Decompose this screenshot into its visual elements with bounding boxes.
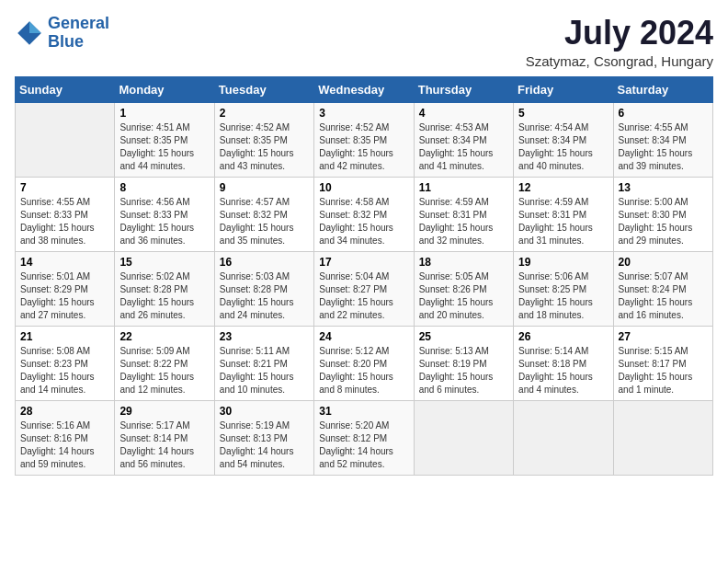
calendar-cell: 23Sunrise: 5:11 AM Sunset: 8:21 PM Dayli… — [214, 326, 313, 400]
calendar-cell — [414, 400, 513, 475]
calendar-cell: 9Sunrise: 4:57 AM Sunset: 8:32 PM Daylig… — [214, 177, 313, 251]
calendar-cell — [514, 400, 613, 475]
day-number: 31 — [319, 405, 408, 418]
day-number: 29 — [119, 405, 209, 418]
day-number: 22 — [119, 330, 209, 343]
calendar-cell: 1Sunrise: 4:51 AM Sunset: 8:35 PM Daylig… — [115, 102, 214, 177]
calendar-cell — [16, 102, 115, 177]
day-info: Sunrise: 4:52 AM Sunset: 8:35 PM Dayligh… — [220, 121, 309, 173]
calendar-cell: 11Sunrise: 4:59 AM Sunset: 8:31 PM Dayli… — [414, 177, 513, 251]
calendar-cell: 31Sunrise: 5:20 AM Sunset: 8:12 PM Dayli… — [314, 400, 414, 475]
calendar-cell: 12Sunrise: 4:59 AM Sunset: 8:31 PM Dayli… — [514, 177, 613, 251]
day-info: Sunrise: 5:03 AM Sunset: 8:28 PM Dayligh… — [220, 270, 309, 322]
day-number: 23 — [220, 330, 309, 343]
day-number: 30 — [220, 405, 309, 418]
calendar-cell: 13Sunrise: 5:00 AM Sunset: 8:30 PM Dayli… — [613, 177, 712, 251]
calendar-cell: 18Sunrise: 5:05 AM Sunset: 8:26 PM Dayli… — [414, 251, 513, 326]
header-thursday: Thursday — [414, 76, 513, 102]
day-number: 10 — [319, 181, 408, 194]
day-info: Sunrise: 5:16 AM Sunset: 8:16 PM Dayligh… — [20, 419, 109, 471]
calendar-cell: 16Sunrise: 5:03 AM Sunset: 8:28 PM Dayli… — [214, 251, 313, 326]
calendar-cell: 17Sunrise: 5:04 AM Sunset: 8:27 PM Dayli… — [314, 251, 414, 326]
day-number: 18 — [419, 256, 508, 269]
calendar-cell: 2Sunrise: 4:52 AM Sunset: 8:35 PM Daylig… — [214, 102, 313, 177]
day-info: Sunrise: 4:58 AM Sunset: 8:32 PM Dayligh… — [319, 196, 408, 247]
month-year: July 2024 — [526, 15, 713, 52]
day-info: Sunrise: 5:00 AM Sunset: 8:30 PM Dayligh… — [619, 196, 708, 247]
day-number: 1 — [119, 107, 209, 120]
day-info: Sunrise: 5:13 AM Sunset: 8:19 PM Dayligh… — [419, 345, 508, 396]
day-number: 7 — [20, 181, 109, 194]
calendar-table: SundayMondayTuesdayWednesdayThursdayFrid… — [15, 76, 713, 476]
calendar-header-row: SundayMondayTuesdayWednesdayThursdayFrid… — [16, 76, 713, 102]
calendar-cell — [613, 400, 712, 475]
header-friday: Friday — [514, 76, 613, 102]
day-number: 26 — [518, 330, 608, 343]
day-number: 5 — [518, 107, 608, 120]
day-number: 27 — [619, 330, 708, 343]
header-sunday: Sunday — [16, 76, 115, 102]
day-info: Sunrise: 5:20 AM Sunset: 8:12 PM Dayligh… — [319, 419, 408, 471]
day-info: Sunrise: 5:01 AM Sunset: 8:29 PM Dayligh… — [20, 270, 109, 322]
day-info: Sunrise: 5:09 AM Sunset: 8:22 PM Dayligh… — [119, 345, 209, 396]
day-number: 3 — [319, 107, 408, 120]
day-info: Sunrise: 4:57 AM Sunset: 8:32 PM Dayligh… — [220, 196, 309, 247]
calendar-cell: 14Sunrise: 5:01 AM Sunset: 8:29 PM Dayli… — [16, 251, 115, 326]
day-number: 6 — [619, 107, 708, 120]
page-header: General Blue July 2024 Szatymaz, Csongra… — [15, 15, 713, 69]
day-info: Sunrise: 4:55 AM Sunset: 8:33 PM Dayligh… — [20, 196, 109, 247]
day-info: Sunrise: 5:04 AM Sunset: 8:27 PM Dayligh… — [319, 270, 408, 322]
day-info: Sunrise: 5:15 AM Sunset: 8:17 PM Dayligh… — [619, 345, 708, 396]
day-info: Sunrise: 4:54 AM Sunset: 8:34 PM Dayligh… — [518, 121, 608, 173]
day-number: 20 — [619, 256, 708, 269]
day-info: Sunrise: 5:06 AM Sunset: 8:25 PM Dayligh… — [518, 270, 608, 322]
day-number: 2 — [220, 107, 309, 120]
day-number: 9 — [220, 181, 309, 194]
title-block: July 2024 Szatymaz, Csongrad, Hungary — [526, 15, 713, 69]
calendar-cell: 24Sunrise: 5:12 AM Sunset: 8:20 PM Dayli… — [314, 326, 414, 400]
day-info: Sunrise: 4:56 AM Sunset: 8:33 PM Dayligh… — [119, 196, 209, 247]
header-saturday: Saturday — [613, 76, 712, 102]
calendar-cell: 30Sunrise: 5:19 AM Sunset: 8:13 PM Dayli… — [214, 400, 313, 475]
day-info: Sunrise: 5:07 AM Sunset: 8:24 PM Dayligh… — [619, 270, 708, 322]
header-tuesday: Tuesday — [214, 76, 313, 102]
day-number: 13 — [619, 181, 708, 194]
header-monday: Monday — [115, 76, 214, 102]
day-info: Sunrise: 4:51 AM Sunset: 8:35 PM Dayligh… — [119, 121, 209, 173]
calendar-week-row: 1Sunrise: 4:51 AM Sunset: 8:35 PM Daylig… — [16, 102, 713, 177]
logo-line2: Blue — [48, 32, 84, 51]
calendar-cell: 26Sunrise: 5:14 AM Sunset: 8:18 PM Dayli… — [514, 326, 613, 400]
day-info: Sunrise: 4:53 AM Sunset: 8:34 PM Dayligh… — [419, 121, 508, 173]
day-info: Sunrise: 4:52 AM Sunset: 8:35 PM Dayligh… — [319, 121, 408, 173]
calendar-cell: 27Sunrise: 5:15 AM Sunset: 8:17 PM Dayli… — [613, 326, 712, 400]
day-number: 12 — [518, 181, 608, 194]
calendar-cell: 25Sunrise: 5:13 AM Sunset: 8:19 PM Dayli… — [414, 326, 513, 400]
day-info: Sunrise: 5:19 AM Sunset: 8:13 PM Dayligh… — [220, 419, 309, 471]
day-number: 21 — [20, 330, 109, 343]
calendar-cell: 6Sunrise: 4:55 AM Sunset: 8:34 PM Daylig… — [613, 102, 712, 177]
day-info: Sunrise: 5:12 AM Sunset: 8:20 PM Dayligh… — [319, 345, 408, 396]
day-info: Sunrise: 4:55 AM Sunset: 8:34 PM Dayligh… — [619, 121, 708, 173]
day-number: 11 — [419, 181, 508, 194]
day-number: 16 — [220, 256, 309, 269]
day-number: 15 — [119, 256, 209, 269]
calendar-cell: 15Sunrise: 5:02 AM Sunset: 8:28 PM Dayli… — [115, 251, 214, 326]
calendar-week-row: 7Sunrise: 4:55 AM Sunset: 8:33 PM Daylig… — [16, 177, 713, 251]
calendar-cell: 8Sunrise: 4:56 AM Sunset: 8:33 PM Daylig… — [115, 177, 214, 251]
day-number: 8 — [119, 181, 209, 194]
day-info: Sunrise: 4:59 AM Sunset: 8:31 PM Dayligh… — [518, 196, 608, 247]
calendar-cell: 22Sunrise: 5:09 AM Sunset: 8:22 PM Dayli… — [115, 326, 214, 400]
calendar-cell: 7Sunrise: 4:55 AM Sunset: 8:33 PM Daylig… — [16, 177, 115, 251]
calendar-cell: 29Sunrise: 5:17 AM Sunset: 8:14 PM Dayli… — [115, 400, 214, 475]
calendar-cell: 21Sunrise: 5:08 AM Sunset: 8:23 PM Dayli… — [16, 326, 115, 400]
calendar-week-row: 28Sunrise: 5:16 AM Sunset: 8:16 PM Dayli… — [16, 400, 713, 475]
calendar-cell: 3Sunrise: 4:52 AM Sunset: 8:35 PM Daylig… — [314, 102, 414, 177]
calendar-cell: 19Sunrise: 5:06 AM Sunset: 8:25 PM Dayli… — [514, 251, 613, 326]
day-info: Sunrise: 5:02 AM Sunset: 8:28 PM Dayligh… — [119, 270, 209, 322]
logo-line1: General — [48, 14, 109, 32]
header-wednesday: Wednesday — [314, 76, 414, 102]
day-info: Sunrise: 5:11 AM Sunset: 8:21 PM Dayligh… — [220, 345, 309, 396]
day-number: 24 — [319, 330, 408, 343]
svg-marker-1 — [29, 21, 41, 33]
day-number: 28 — [20, 405, 109, 418]
